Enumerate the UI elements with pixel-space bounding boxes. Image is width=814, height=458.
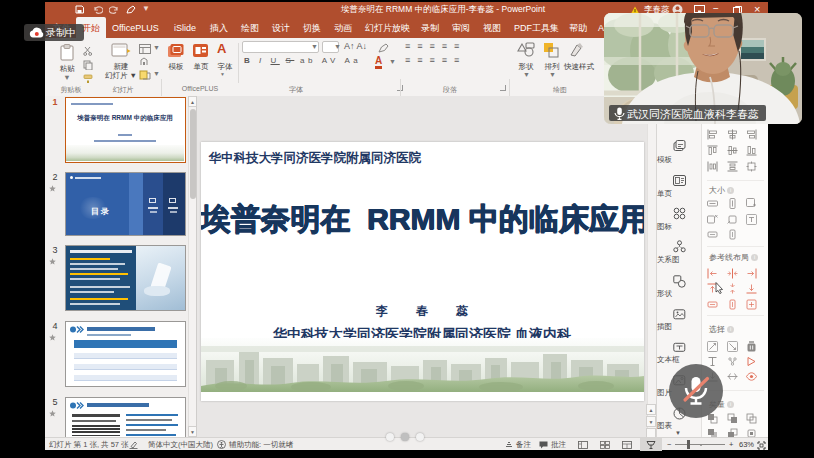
svg-text:武汉同济医院血液科李春蕊: 武汉同济医院血液科李春蕊 (627, 108, 759, 120)
